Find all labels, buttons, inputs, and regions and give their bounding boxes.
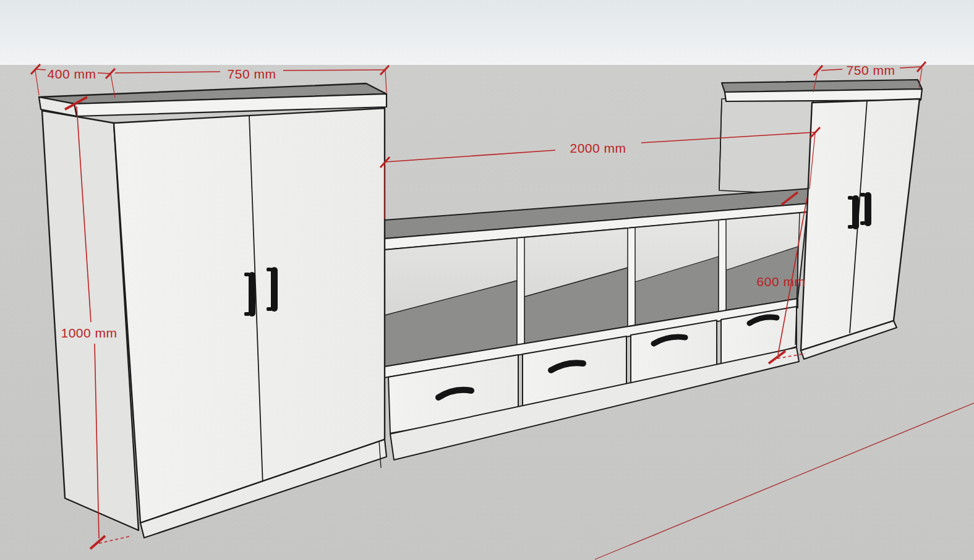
model-scene[interactable]: 400 mm 750 mm 1000 mm 2000 mm 600 mm 750… [0, 0, 974, 560]
dim-label-left-width: 750 mm [228, 67, 276, 81]
open-bay-back-panel [719, 95, 813, 195]
door-handle-foot [244, 312, 250, 316]
dim-line [35, 69, 46, 70]
door-handle-foot [848, 196, 853, 200]
door-handle-foot [860, 221, 865, 225]
door-handle [271, 267, 278, 312]
cubby-divider [517, 237, 524, 345]
cubby-divider [628, 227, 635, 326]
door-handle [865, 192, 871, 226]
sky-band [0, 0, 974, 65]
dim-label-right-width: 750 mm [847, 63, 895, 77]
dim-line [283, 70, 385, 70]
right-cabinet-open-bay [719, 95, 813, 195]
door-handle-foot [244, 273, 250, 276]
door-handle-foot [267, 307, 272, 311]
dim-label-bench-height: 600 mm [757, 274, 806, 289]
door-handle-foot [860, 193, 865, 197]
door-handle [852, 195, 859, 229]
cad-viewport[interactable]: 400 mm 750 mm 1000 mm 2000 mm 600 mm 750… [0, 0, 974, 560]
dim-label-left-depth: 400 mm [48, 67, 96, 81]
door-handle-foot [267, 268, 272, 271]
dim-label-bench-width: 2000 mm [570, 141, 626, 155]
dim-label-left-height: 1000 mm [61, 326, 117, 340]
dim-line [98, 73, 111, 74]
door-handle-foot [848, 225, 853, 229]
cubby-divider [719, 219, 726, 312]
door-handle [249, 272, 255, 316]
left-cabinet [39, 83, 387, 538]
